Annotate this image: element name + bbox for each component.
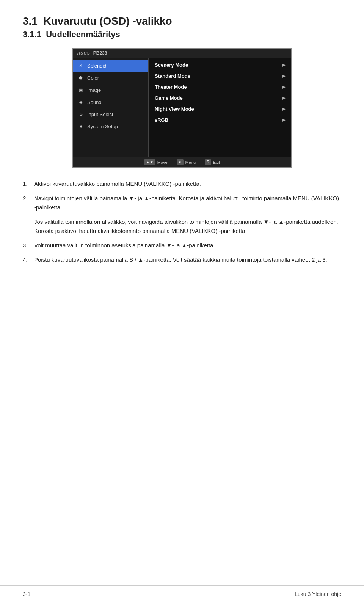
osd-right-theater[interactable]: Theater Mode ▶ xyxy=(149,82,291,93)
game-arrow: ▶ xyxy=(282,96,285,101)
page-section: 3.1 Kuvaruutu (OSD) -valikko xyxy=(23,15,341,27)
step-2: 2. Navigoi toimintojen välillä painamall… xyxy=(23,194,341,212)
footer-chapter: Luku 3 Yleinen ohje xyxy=(295,591,341,597)
sound-label: Sound xyxy=(87,99,102,105)
osd-menu-system[interactable]: ✱ System Setup xyxy=(73,120,148,132)
game-mode-label: Game Mode xyxy=(155,95,183,101)
exit-btn: S xyxy=(205,159,211,165)
osd-model: PB238 xyxy=(93,50,107,56)
step-4: 4. Poistu kuvaruutuvalikosta painamalla … xyxy=(23,255,341,264)
osd-menu-sound[interactable]: ◈ Sound xyxy=(73,96,148,108)
standard-arrow: ▶ xyxy=(282,74,285,79)
theater-arrow: ▶ xyxy=(282,85,285,90)
move-btn: ▲▼ xyxy=(144,159,155,165)
page-footer: 3-1 Luku 3 Yleinen ohje xyxy=(0,585,364,602)
step-1-num: 1. xyxy=(23,179,34,189)
step-2-num: 2. xyxy=(23,194,34,212)
sound-icon: ◈ xyxy=(77,99,84,105)
step-2b-text: Jos valitulla toiminnolla on alivalikko,… xyxy=(34,217,341,236)
image-icon: ▣ xyxy=(77,86,84,93)
scenery-mode-label: Scenery Mode xyxy=(155,62,188,68)
standard-mode-label: Standard Mode xyxy=(155,73,190,79)
theater-mode-label: Theater Mode xyxy=(155,84,187,90)
osd-footer: ▲▼ Move ↵ Menu S Exit xyxy=(73,157,291,167)
step-3-num: 3. xyxy=(23,241,34,250)
step-2b: Jos valitulla toiminnolla on alivalikko,… xyxy=(23,217,341,236)
nightview-mode-label: Night View Mode xyxy=(155,106,194,112)
osd-menu-image[interactable]: ▣ Image xyxy=(73,84,148,96)
menu-btn: ↵ xyxy=(177,159,184,165)
system-icon: ✱ xyxy=(77,123,84,130)
nightview-arrow: ▶ xyxy=(282,107,285,112)
osd-footer-menu: ↵ Menu xyxy=(177,159,196,165)
osd-right-panel: Scenery Mode ▶ Standard Mode ▶ Theater M… xyxy=(149,58,291,157)
osd-header: /ISUS PB238 xyxy=(73,49,291,58)
osd-menu-input[interactable]: ⊙ Input Select xyxy=(73,108,148,120)
osd-footer-exit: S Exit xyxy=(205,159,220,165)
splendid-label: Splendid xyxy=(87,63,107,69)
step-3-text: Voit muuttaa valitun toiminnon asetuksia… xyxy=(34,241,341,250)
splendid-icon: S xyxy=(77,62,84,69)
system-label: System Setup xyxy=(87,124,118,129)
step-4-num: 4. xyxy=(23,255,34,264)
step-3: 3. Voit muuttaa valitun toiminnon asetuk… xyxy=(23,241,341,250)
osd-right-game[interactable]: Game Mode ▶ xyxy=(149,93,291,104)
osd-right-nightview[interactable]: Night View Mode ▶ xyxy=(149,104,291,115)
step-1: 1. Aktivoi kuvaruutuvalikko painamalla M… xyxy=(23,179,341,189)
menu-label: Menu xyxy=(185,160,196,165)
input-icon: ⊙ xyxy=(77,111,84,118)
page-subsection: 3.1.1 Uudelleenmääritys xyxy=(23,30,341,39)
osd-screenshot: /ISUS PB238 S Splendid ⬟ Color ▣ Image ◈… xyxy=(72,48,292,168)
osd-right-standard[interactable]: Standard Mode ▶ xyxy=(149,71,291,82)
osd-right-srgb[interactable]: sRGB ▶ xyxy=(149,115,291,126)
step-4-text: Poistu kuvaruutuvalikosta painamalla S /… xyxy=(34,255,341,264)
srgb-label: sRGB xyxy=(155,117,168,123)
move-label: Move xyxy=(157,160,168,165)
color-label: Color xyxy=(87,75,99,81)
osd-menu-color[interactable]: ⬟ Color xyxy=(73,72,148,84)
exit-label: Exit xyxy=(213,160,220,165)
osd-body: S Splendid ⬟ Color ▣ Image ◈ Sound ⊙ Inp… xyxy=(73,58,291,157)
step-2b-num xyxy=(23,217,34,236)
step-2-text: Navigoi toimintojen välillä painamalla ▼… xyxy=(34,194,341,212)
osd-menu-splendid[interactable]: S Splendid xyxy=(73,60,148,72)
color-icon: ⬟ xyxy=(77,74,84,81)
content-section: 1. Aktivoi kuvaruutuvalikko painamalla M… xyxy=(23,179,341,264)
osd-footer-move: ▲▼ Move xyxy=(144,159,168,165)
input-label: Input Select xyxy=(87,112,113,117)
image-label: Image xyxy=(87,87,101,93)
step-1-text: Aktivoi kuvaruutuvalikko painamalla MENU… xyxy=(34,179,341,189)
footer-page-num: 3-1 xyxy=(23,591,30,597)
osd-right-scenery[interactable]: Scenery Mode ▶ xyxy=(149,60,291,71)
srgb-arrow: ▶ xyxy=(282,118,285,123)
osd-brand: /ISUS xyxy=(77,51,90,55)
scenery-arrow: ▶ xyxy=(282,63,285,68)
osd-left-panel: S Splendid ⬟ Color ▣ Image ◈ Sound ⊙ Inp… xyxy=(73,58,149,157)
